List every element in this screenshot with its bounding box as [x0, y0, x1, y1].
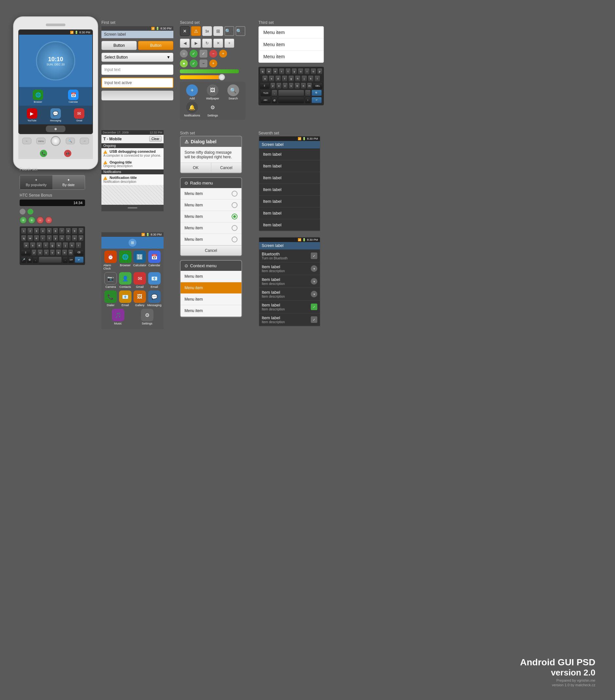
app-messaging[interactable]: 💬 Messaging [147, 290, 162, 307]
htc-kb-u[interactable]: u [59, 235, 64, 241]
item5-checkbox[interactable]: ✓ [311, 303, 317, 310]
nav-back-btn[interactable]: ◀ [180, 39, 190, 48]
kb-shift[interactable]: ⇧ [260, 83, 269, 89]
phone-app-youtube[interactable]: ▶ YouTube [27, 108, 37, 122]
htc-kb-9[interactable]: 9 [72, 228, 77, 234]
app-browser[interactable]: 🌐 Browser [118, 251, 133, 270]
app-dialer[interactable]: 📞 Dialer [103, 290, 118, 307]
kb-p[interactable]: p [317, 68, 323, 75]
nav-refresh-btn[interactable]: ↻ [202, 39, 212, 48]
app-gallery[interactable]: 🖼 Gallery [133, 290, 147, 307]
kb-z[interactable]: z [270, 83, 276, 89]
htc-kb-s[interactable]: s [30, 242, 36, 249]
kb-t[interactable]: t [285, 68, 291, 75]
kb-a[interactable]: a [262, 75, 268, 82]
nav-forward-btn[interactable]: ▶ [191, 39, 201, 48]
context-item-3[interactable]: Menu item [180, 294, 241, 305]
warning-icon-btn[interactable]: ⚠ [191, 26, 201, 36]
cb-minus-red[interactable]: − [209, 50, 217, 58]
seventh-cb-item-6[interactable]: Item label Item description ✓ [259, 313, 320, 326]
htc-kb-v[interactable]: v [50, 249, 55, 256]
kb-m[interactable]: m [307, 83, 312, 89]
cb-checked-green2[interactable]: ✓ [190, 60, 198, 67]
htc-kb-o[interactable]: o [72, 235, 77, 241]
fs-slider[interactable] [101, 91, 173, 100]
seventh-cb-item-3[interactable]: Item label Item description ▾ [259, 275, 320, 288]
htc-kb-d[interactable]: d [36, 242, 42, 249]
seventh-list-item-3[interactable]: Item label [259, 172, 320, 184]
cb-rounded1[interactable]: ✓ [200, 50, 208, 58]
radio-item-2[interactable]: Menu item [180, 200, 241, 211]
fs-default-button[interactable]: Button [101, 41, 137, 50]
htc-kb-g[interactable]: g [49, 242, 55, 249]
kb-enter[interactable]: ↵ [311, 97, 322, 103]
htc-kb-c[interactable]: c [43, 249, 49, 256]
htc-kb-f[interactable]: f [43, 242, 49, 249]
htc-kb-1[interactable]: 1 [21, 228, 26, 234]
fs-input[interactable]: Input text [101, 64, 173, 75]
phone-app-browser[interactable]: 🌐 Browser [33, 90, 43, 103]
dialog-ok-btn[interactable]: OK [180, 163, 211, 173]
htc-kb-8[interactable]: 8 [65, 228, 71, 234]
kb-sym1[interactable]: @ [272, 97, 277, 103]
app-email2[interactable]: 📧 Email [118, 290, 133, 307]
seventh-cb-item-5[interactable]: Item label Item description ✓ [259, 301, 320, 313]
item6-checkbox[interactable]: ✓ [311, 316, 317, 323]
kb-period[interactable]: . [305, 90, 311, 96]
notif-clear-btn[interactable]: Clear [149, 136, 162, 142]
zoom-out-icon-btn[interactable]: 🔍− [224, 26, 234, 36]
cb-plus-orange2[interactable]: + [209, 60, 217, 67]
htc-kb-q[interactable]: q [21, 235, 26, 241]
app-email[interactable]: 📧 Email [147, 272, 162, 288]
htc-kb-x[interactable]: x [37, 249, 43, 256]
htc-kb-m[interactable]: m [68, 249, 74, 256]
phone-app-messaging[interactable]: 💬 Messaging [50, 108, 61, 122]
cb-checked-green1[interactable]: ✓ [190, 50, 198, 58]
app-alarm-clock[interactable]: ⏰ Alarm Clock [103, 251, 118, 270]
htc-kb-123[interactable]: 12# [68, 257, 74, 263]
radio-item-4[interactable]: Menu item [180, 222, 241, 234]
kb-abc[interactable]: ABC [260, 97, 271, 103]
htc-kb-del[interactable]: ⌫ [74, 249, 84, 256]
fs-select-button[interactable]: Select Button ▼ [101, 53, 173, 62]
htc-kb-r[interactable]: r [40, 235, 46, 241]
app-music[interactable]: 🎵 Music [111, 309, 125, 325]
seventh-list-item-6[interactable]: Item label [259, 208, 320, 219]
kb-f[interactable]: f [282, 75, 288, 82]
nav-add-btn[interactable]: + [224, 39, 234, 48]
close-icon-btn[interactable]: ✕ [180, 26, 190, 36]
htc-kb-p[interactable]: p [78, 235, 84, 241]
cb-unchecked1[interactable]: ○ [180, 50, 188, 58]
radio-btn-4[interactable] [231, 225, 238, 231]
seventh-list-item-1[interactable]: Item label [259, 149, 320, 160]
radio-btn-3[interactable] [231, 214, 238, 220]
app-calendar[interactable]: 📅 Calendar [147, 251, 162, 270]
seventh-list-item-7[interactable]: Item label [259, 219, 320, 231]
kb-g[interactable]: g [288, 75, 294, 82]
kb-h[interactable]: h [295, 75, 301, 82]
htc-kb-z[interactable]: z [32, 249, 37, 256]
phone-forward-btn[interactable]: → [80, 138, 89, 144]
kb-b[interactable]: b [294, 83, 300, 89]
kb-j[interactable]: j [301, 75, 307, 82]
htc-kb-6[interactable]: 6 [53, 228, 58, 234]
seventh-list-item-2[interactable]: Item label [259, 160, 320, 172]
htc-kb-enter[interactable]: ↵ [75, 257, 84, 263]
kb-y[interactable]: y [291, 68, 297, 75]
htc-kb-k[interactable]: k [69, 242, 75, 249]
phone-end-btn[interactable]: 📵 [64, 150, 71, 157]
app-contacts[interactable]: 👤 Contacts [118, 272, 133, 288]
home-notif-btn[interactable]: 🔔 Notifications [183, 101, 202, 117]
cb-green2[interactable]: ● [180, 60, 188, 67]
radio-btn-2[interactable] [231, 202, 238, 208]
phone-menu-btn[interactable]: menu [36, 138, 46, 144]
htc-kb-l[interactable]: l [76, 242, 81, 249]
seventh-list-item-5[interactable]: Item label [259, 196, 320, 208]
seventh-cb-item-4[interactable]: Item label Item description ▾ [259, 288, 320, 301]
context-item-2[interactable]: Menu item [180, 282, 241, 294]
htc-kb-4[interactable]: 4 [40, 228, 46, 234]
zoom-in-icon-btn[interactable]: 🔍+ [236, 26, 245, 36]
kb-q[interactable]: q [260, 68, 265, 75]
kb-del[interactable]: DEL [313, 83, 323, 89]
htc-kb-0[interactable]: 0 [78, 228, 84, 234]
